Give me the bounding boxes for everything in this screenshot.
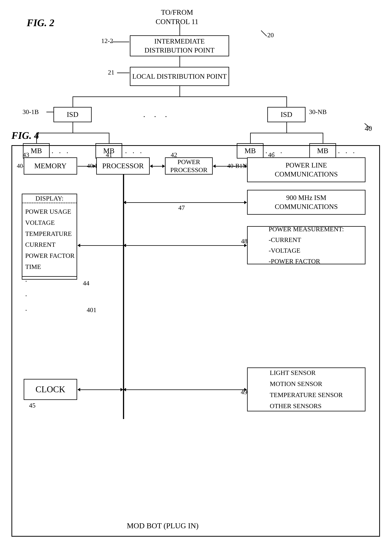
isd-left-box: ISD	[53, 107, 92, 122]
fig4-outer-border: 43 MEMORY 41 PROCESSOR 42 POWER PROCESSO…	[11, 145, 380, 537]
local-distribution-point-box: LOCAL DISTRIBUTION POINT	[130, 67, 229, 86]
arrow-processor-to-pm	[124, 245, 247, 246]
memory-box: MEMORY	[24, 157, 77, 175]
page: FIG. 2 TO/FROM CONTROL 11 INTERMEDIATE D…	[0, 0, 392, 551]
intermediate-distribution-point-box: INTERMEDIATE DISTRIBUTION POINT	[130, 35, 229, 56]
arrow-memory-to-processor	[77, 166, 96, 167]
isd-right-box: ISD	[267, 107, 306, 122]
ref20-line	[261, 30, 267, 36]
ref-401: 401	[87, 306, 96, 314]
clock-box: CLOCK	[24, 379, 77, 400]
fig2-diagram: FIG. 2 TO/FROM CONTROL 11 INTERMEDIATE D…	[0, 6, 392, 113]
arrow-processor-to-ism	[124, 202, 247, 203]
arrow-processor-to-display	[78, 245, 123, 246]
ref-21: 21	[108, 69, 114, 76]
power-processor-box: POWER PROCESSOR	[165, 157, 213, 175]
display-full-border	[22, 194, 77, 280]
power-measurement-box: POWER MEASUREMENT: -CURRENT -VOLTAGE -PO…	[247, 226, 365, 264]
arrow-processor-to-sensors	[124, 389, 247, 390]
fig4-diagram: FIG. 4 40 43 MEMORY 41 PROCESSOR 42 POWE…	[10, 130, 382, 540]
ref21-line	[117, 73, 129, 73]
ref-30-1b: 30-1B	[22, 108, 39, 116]
ref-45: 45	[29, 402, 35, 409]
ref-47: 47	[178, 204, 185, 212]
line-tofrom-to-intermediate	[180, 24, 180, 35]
ref12-2-line	[112, 42, 129, 42]
mod-bot-label: MOD BOT (PLUG IN)	[127, 521, 199, 530]
ref-30-nb: 30-NB	[309, 108, 327, 116]
fig4-label: FIG. 4	[11, 130, 39, 141]
fig2-label: FIG. 2	[27, 17, 54, 28]
arrow-processor-to-clock	[78, 389, 123, 390]
vline-to-isd-left	[73, 96, 73, 107]
ref-44: 44	[83, 280, 89, 287]
processor-box: PROCESSOR	[96, 157, 150, 175]
to-from-label: TO/FROM CONTROL 11	[156, 8, 198, 27]
hline-branch	[73, 96, 287, 97]
ref-40: 40	[365, 124, 372, 133]
processor-spine	[123, 175, 124, 419]
line-intermediate-to-local	[180, 56, 180, 67]
arrow-processor-to-power-processor	[150, 166, 165, 167]
sensors-box: LIGHT SENSOR MOTION SENSOR TEMPERATURE S…	[247, 367, 365, 411]
ref-20: 20	[267, 32, 274, 39]
line-local-branch	[180, 86, 180, 96]
ref-12-2: 12-2	[101, 37, 113, 44]
vline-to-isd-right	[287, 96, 287, 107]
ism-comms-box: 900 MHz ISM COMMUNICATIONS	[247, 190, 365, 215]
power-line-comms-box: POWER LINE COMMUNICATIONS	[247, 157, 365, 182]
isd-dots: · · ·	[143, 112, 170, 121]
arrow-power-processor-to-plc	[213, 166, 247, 167]
ref30-1b-line	[46, 112, 53, 112]
